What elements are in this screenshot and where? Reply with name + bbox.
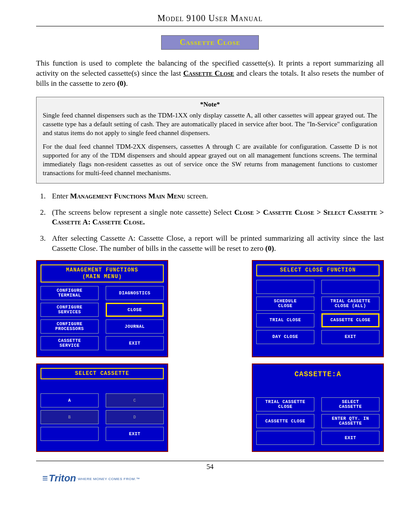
brand-stripes-icon: ≡ — [42, 473, 47, 484]
btn-journal[interactable]: JOURNAL — [106, 319, 164, 334]
btn-empty: . — [256, 431, 314, 445]
screen-select-close-function: SELECT CLOSE FUNCTION . . SCHEDULECLOSE … — [252, 260, 384, 357]
screen1-title: MANAGEMENT FUNCTIONS (MAIN MENU) — [41, 264, 164, 283]
step3-pre: After selecting Cassette A: Cassette Clo… — [52, 234, 384, 253]
btn-exit[interactable]: EXIT — [106, 336, 164, 350]
screen3-title: SELECT CASSETTE — [41, 368, 164, 379]
btn-close[interactable]: CLOSE — [106, 303, 164, 317]
btn-empty: . — [41, 427, 99, 441]
screen1-title-l1: MANAGEMENT FUNCTIONS — [66, 267, 138, 273]
btn-cassette-a[interactable]: A — [41, 393, 99, 407]
intro-term: Cassette Close — [183, 69, 234, 77]
brand-tagline: WHERE MONEY COMES FROM.™ — [78, 477, 140, 481]
btn-configure-services[interactable]: CONFIGURESERVICES — [41, 303, 99, 317]
btn-empty: . — [321, 280, 379, 294]
btn-trial-cassette-close-all[interactable]: TRIAL CASSETTECLOSE (ALL) — [321, 297, 379, 311]
page-title: Model 9100 User Manual — [36, 13, 384, 26]
step1-pre: Enter — [52, 192, 70, 200]
screens-row-1: MANAGEMENT FUNCTIONS (MAIN MENU) CONFIGU… — [36, 260, 384, 357]
intro-paragraph: This function is used to complete the ba… — [36, 59, 384, 89]
step2-pre: (The screens below represent a single no… — [52, 208, 234, 216]
btn-trial-close[interactable]: TRIAL CLOSE — [256, 313, 314, 327]
btn-exit[interactable]: EXIT — [106, 427, 164, 441]
screen-select-cassette: SELECT CASSETTE A C B D . EXIT — [36, 363, 168, 452]
btn-diagnostics[interactable]: DIAGNOSTICS — [106, 286, 164, 300]
screen1-title-l2: (MAIN MENU) — [82, 274, 122, 280]
btn-configure-processors[interactable]: CONFIGUREPROCESSORS — [41, 319, 99, 334]
step-1: Enter Management Functions Main Menu scr… — [48, 191, 384, 202]
screen-management-functions: MANAGEMENT FUNCTIONS (MAIN MENU) CONFIGU… — [36, 260, 168, 357]
btn-configure-terminal[interactable]: CONFIGURETERMINAL — [41, 286, 99, 300]
note-p2: For the dual feed channel TDM-2XX dispen… — [43, 142, 377, 178]
btn-cassette-service[interactable]: CASSETTESERVICE — [41, 336, 99, 350]
btn-day-close[interactable]: DAY CLOSE — [256, 330, 314, 344]
btn-empty: . — [256, 280, 314, 294]
btn-exit[interactable]: EXIT — [321, 431, 379, 445]
btn-enter-qty-in-cassette[interactable]: ENTER QTY. INCASSETTE — [321, 414, 379, 428]
screen2-title: SELECT CLOSE FUNCTION — [256, 264, 379, 276]
btn-cassette-b[interactable]: B — [41, 410, 99, 424]
btn-cassette-close[interactable]: CASSETTE CLOSE — [256, 414, 314, 428]
step1-sc: Management Functions Main Menu — [70, 192, 185, 200]
btn-cassette-d[interactable]: D — [106, 410, 164, 424]
step3-bold: (0) — [265, 244, 274, 253]
steps-list: Enter Management Functions Main Menu scr… — [36, 191, 384, 254]
btn-trial-cassette-close[interactable]: TRIAL CASSETTECLOSE — [256, 397, 314, 411]
intro-bold-tail: (0) — [117, 79, 126, 88]
step-2: (The screens below represent a single no… — [48, 208, 384, 228]
page-number: 54 — [36, 461, 384, 471]
btn-cassette-close[interactable]: CASSETTE CLOSE — [321, 313, 379, 327]
screen4-title: CASSETTE:A — [256, 368, 379, 383]
intro-period: . — [126, 79, 128, 88]
screen-cassette-a: CASSETTE:A TRIAL CASSETTECLOSE SELECTCAS… — [252, 363, 384, 452]
btn-exit[interactable]: EXIT — [321, 330, 379, 344]
note-box: *Note* Single feed channel dispensers su… — [36, 97, 384, 183]
note-p1: Single feed channel dispensers such as t… — [43, 111, 377, 138]
note-title: *Note* — [43, 101, 377, 108]
brand-name: Triton — [49, 473, 76, 484]
screens-row-2: SELECT CASSETTE A C B D . EXIT CASSETTE:… — [36, 363, 384, 452]
step1-post: screen. — [185, 192, 208, 200]
btn-schedule-close[interactable]: SCHEDULECLOSE — [256, 297, 314, 311]
step3-period: . — [274, 244, 276, 253]
brand-logo: ≡TritonWHERE MONEY COMES FROM.™ — [42, 473, 420, 484]
section-banner: Cassette Close — [161, 35, 259, 50]
btn-cassette-c[interactable]: C — [106, 393, 164, 407]
btn-select-cassette[interactable]: SELECTCASSETTE — [321, 397, 379, 411]
step-3: After selecting Cassette A: Cassette Clo… — [48, 234, 384, 254]
